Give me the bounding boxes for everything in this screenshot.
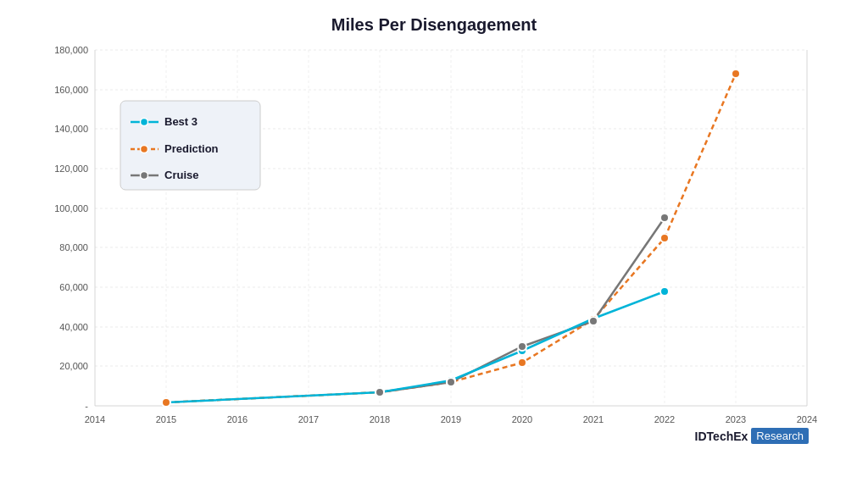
- chart-container: Miles Per Disengagement: [0, 0, 868, 488]
- svg-text:2024: 2024: [797, 414, 817, 424]
- svg-text:20,000: 20,000: [59, 361, 88, 371]
- svg-text:40,000: 40,000: [59, 322, 88, 332]
- chart-svg: 180,000 160,000 140,000 120,000 100,000 …: [27, 42, 841, 465]
- svg-text:2020: 2020: [512, 414, 532, 424]
- svg-text:2021: 2021: [583, 414, 604, 424]
- svg-text:2015: 2015: [156, 414, 176, 424]
- svg-text:2016: 2016: [227, 414, 248, 424]
- svg-text:180,000: 180,000: [54, 45, 88, 55]
- svg-text:2014: 2014: [85, 414, 105, 424]
- svg-text:60,000: 60,000: [59, 282, 88, 292]
- svg-point-61: [660, 214, 669, 222]
- svg-text:2019: 2019: [441, 414, 461, 424]
- chart-title: Miles Per Disengagement: [0, 0, 868, 42]
- svg-text:2022: 2022: [654, 414, 675, 424]
- svg-point-60: [589, 317, 598, 325]
- svg-point-68: [141, 172, 148, 180]
- branding-badge: IDTechEx Research: [695, 428, 809, 444]
- svg-point-59: [518, 342, 526, 351]
- svg-text:160,000: 160,000: [54, 85, 88, 95]
- legend-prediction-label: Prediction: [164, 142, 219, 155]
- svg-point-53: [518, 358, 526, 367]
- branding-name: IDTechEx: [695, 430, 748, 443]
- svg-text:2017: 2017: [298, 414, 319, 424]
- svg-point-55: [660, 234, 669, 242]
- legend-best3-label: Best 3: [164, 115, 198, 128]
- branding-tag: Research: [751, 428, 809, 444]
- legend-cruise-label: Cruise: [164, 169, 198, 181]
- svg-text:2018: 2018: [370, 414, 390, 424]
- svg-text:2023: 2023: [726, 414, 746, 424]
- svg-point-66: [141, 146, 148, 153]
- svg-text:120,000: 120,000: [54, 164, 88, 174]
- svg-point-50: [162, 398, 170, 407]
- svg-text:100,000: 100,000: [54, 203, 88, 214]
- svg-text:80,000: 80,000: [59, 242, 88, 252]
- svg-text:140,000: 140,000: [54, 124, 88, 134]
- svg-point-57: [376, 388, 384, 396]
- svg-point-58: [447, 378, 455, 386]
- svg-point-49: [660, 287, 669, 296]
- svg-point-56: [732, 69, 740, 78]
- svg-text:-: -: [85, 401, 88, 411]
- svg-point-64: [141, 119, 148, 126]
